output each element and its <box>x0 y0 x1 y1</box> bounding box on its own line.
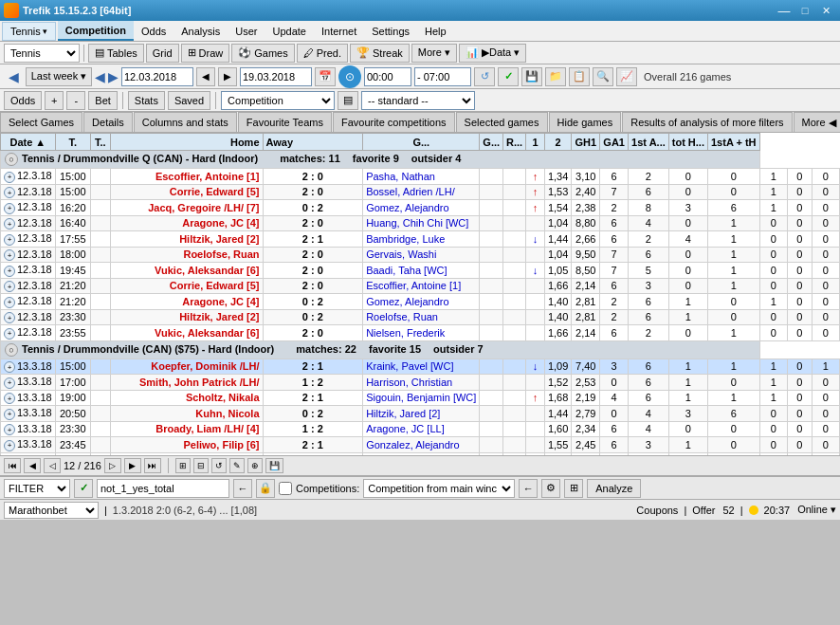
group-toggle-icon[interactable]: ○ <box>5 343 18 357</box>
cell-home[interactable]: Hiltzik, Jared [2] <box>110 231 263 248</box>
cell-away[interactable]: Gonzalez, Alejandro <box>363 437 480 453</box>
row-expand-button[interactable]: + <box>4 281 15 292</box>
row-expand-button[interactable]: + <box>4 234 15 246</box>
cell-away[interactable]: Aragone, JC [LL] <box>363 421 480 437</box>
col-header-1sta-th[interactable]: 1stA + tH <box>707 134 759 151</box>
filter-arrow-right[interactable]: ← <box>519 479 538 498</box>
table-row[interactable]: +12.3.1815:00Escoffier, Antoine [1]2 : 0… <box>1 169 840 185</box>
cell-home[interactable]: Escoffier, Antoine [1] <box>110 169 263 185</box>
cell-home[interactable]: Smith, John Patrick /LH/ <box>110 375 263 391</box>
col-header-away[interactable]: Away <box>263 134 363 151</box>
plus-button[interactable]: + <box>45 91 64 110</box>
row-expand-button[interactable]: + <box>4 266 15 277</box>
filter-arrow-left[interactable]: ← <box>233 479 252 498</box>
menu-odds[interactable]: Odds <box>134 21 173 41</box>
filter-input[interactable] <box>97 479 229 498</box>
filter-check-button[interactable]: ✓ <box>74 479 93 498</box>
group-toggle-icon[interactable]: ○ <box>5 153 18 166</box>
analyze-button[interactable]: Analyze <box>587 479 641 498</box>
row-expand-button[interactable]: + <box>4 377 15 389</box>
maximize-button[interactable]: □ <box>794 1 815 20</box>
cell-home[interactable]: Aragone, JC [4] <box>110 294 263 310</box>
row-expand-button[interactable]: + <box>4 328 15 340</box>
tab-select-games[interactable]: Select Games <box>0 112 82 132</box>
pager-prev[interactable]: ◀ <box>24 458 41 473</box>
pager-icons-3[interactable]: ↺ <box>211 458 227 473</box>
folder-icon[interactable]: 📁 <box>545 67 566 86</box>
pager-icons-2[interactable]: ⊟ <box>193 458 209 473</box>
table-row[interactable]: +13.3.1815:00Koepfer, Dominik /LH/2 : 1K… <box>1 358 840 375</box>
cell-away[interactable]: Huang, Chih Chi [WC] <box>363 215 480 231</box>
col-header-2[interactable]: 2 <box>544 134 571 151</box>
menu-sport[interactable]: Tennis ▾ <box>2 22 56 41</box>
pager-first[interactable]: ⏮ <box>4 458 21 473</box>
cell-away[interactable]: Escoffier, Antoine [1] <box>363 278 480 294</box>
col-header-score[interactable]: G... <box>363 134 480 151</box>
pred-button[interactable]: 🖊 Pred. <box>297 44 348 63</box>
row-expand-button[interactable]: + <box>4 440 15 451</box>
table-row[interactable]: +12.3.1821:20Aragone, JC [4]0 : 2Gomez, … <box>1 294 840 310</box>
cell-away[interactable]: Bambridge, Luke <box>363 231 480 248</box>
comp-icon[interactable]: ▤ <box>338 91 358 110</box>
col-header-toth[interactable]: tot H... <box>668 134 707 151</box>
table-row[interactable]: +12.3.1818:00Roelofse, Ruan2 : 0Gervais,… <box>1 247 840 263</box>
table-row[interactable]: +12.3.1823:30Hiltzik, Jared [2]0 : 2Roel… <box>1 309 840 325</box>
pager-next[interactable]: ▶ <box>124 458 141 473</box>
sport-select[interactable]: Tennis <box>4 44 80 63</box>
odds-button[interactable]: Odds <box>4 91 42 110</box>
pager-icons-4[interactable]: ✎ <box>229 458 245 473</box>
saved-button[interactable]: Saved <box>168 91 210 110</box>
table-row[interactable]: +13.3.1820:50Kuhn, Nicola0 : 2Hiltzik, J… <box>1 406 840 422</box>
bookie-select[interactable]: Marathonbet <box>4 502 99 519</box>
cell-home[interactable]: Roelofse, Ruan <box>110 247 263 263</box>
cell-home[interactable]: Scholtz, Nikala <box>110 390 263 406</box>
cell-home[interactable]: Vukic, Aleksandar [6] <box>110 325 263 341</box>
row-expand-button[interactable]: + <box>4 187 15 198</box>
menu-settings[interactable]: Settings <box>364 21 417 41</box>
cell-home[interactable]: Vukic, Aleksandar [6] <box>110 263 263 279</box>
table-row[interactable]: +12.3.1816:40Aragone, JC [4]2 : 0Huang, … <box>1 215 840 231</box>
table-row[interactable]: +12.3.1819:45Vukic, Aleksandar [6]2 : 0B… <box>1 263 840 279</box>
more-button[interactable]: More ▾ <box>411 44 457 63</box>
competition-from-select[interactable]: Competition from main winc ▾ <box>363 479 515 498</box>
row-expand-button[interactable]: + <box>4 409 15 420</box>
tab-columns-stats[interactable]: Columns and stats <box>134 112 237 132</box>
table-row[interactable]: +12.3.1817:55Hiltzik, Jared [2]2 : 1Bamb… <box>1 231 840 248</box>
cell-away[interactable]: Escoffier, Antoine [Q] <box>363 452 480 455</box>
col-header-ga1[interactable]: GA1 <box>600 134 629 151</box>
table-row[interactable]: +13.3.1819:00Scholtz, Nikala2 : 1Sigouin… <box>1 390 840 406</box>
competitions-checkbox[interactable] <box>279 482 292 495</box>
table-row[interactable]: +12.3.1821:20Corrie, Edward [5]2 : 0Esco… <box>1 278 840 294</box>
menu-competition[interactable]: Competition <box>58 21 134 41</box>
cell-away[interactable]: Gomez, Alejandro <box>363 200 480 216</box>
table-row[interactable]: +13.3.1823:30Broady, Liam /LH/ [4]1 : 2A… <box>1 421 840 437</box>
date-to-input[interactable] <box>240 67 312 86</box>
cell-away[interactable]: Nielsen, Frederik <box>363 325 480 341</box>
standard-select[interactable]: -- standard -- <box>361 91 475 110</box>
cell-away[interactable]: Baadi, Taha [WC] <box>363 263 480 279</box>
pager-next2[interactable]: ▷ <box>104 458 121 473</box>
pager-icons-5[interactable]: ⊕ <box>247 458 263 473</box>
table-row[interactable]: +12.3.1815:00Corrie, Edward [5]2 : 0Boss… <box>1 184 840 200</box>
table-row[interactable]: +12.3.1816:20Jacq, Gregoire /LH/ [7]0 : … <box>1 200 840 216</box>
cell-away[interactable]: Bossel, Adrien /LH/ <box>363 184 480 200</box>
check-icon[interactable]: ✓ <box>498 67 519 86</box>
cell-away[interactable]: Kraink, Pavel [WC] <box>363 358 480 375</box>
nav-circle-left[interactable]: ◀ <box>95 69 105 84</box>
row-expand-button[interactable]: + <box>4 203 15 214</box>
pager-icons-6[interactable]: 💾 <box>265 458 283 473</box>
cell-away[interactable]: Roelofse, Ruan <box>363 309 480 325</box>
time-from-input[interactable] <box>364 67 411 86</box>
cell-home[interactable]: Peliwo, Filip [6] <box>110 437 263 453</box>
minimize-button[interactable]: — <box>774 1 794 20</box>
tab-favourite-competitions[interactable]: Favourite competitions <box>333 112 455 132</box>
pager-last[interactable]: ⏭ <box>144 458 161 473</box>
row-expand-button[interactable]: + <box>4 424 15 435</box>
row-expand-button[interactable]: + <box>4 312 15 323</box>
nav-date-right[interactable]: ▶ <box>218 67 237 86</box>
tab-more[interactable]: More ◀ <box>794 112 840 132</box>
cell-away[interactable]: Hiltzik, Jared [2] <box>363 406 480 422</box>
table-row[interactable]: +13.3.1823:45Peliwo, Filip [6]2 : 1Gonza… <box>1 437 840 453</box>
grid-button[interactable]: Grid <box>146 44 179 63</box>
last-week-button[interactable]: Last week ▾ <box>26 67 92 86</box>
